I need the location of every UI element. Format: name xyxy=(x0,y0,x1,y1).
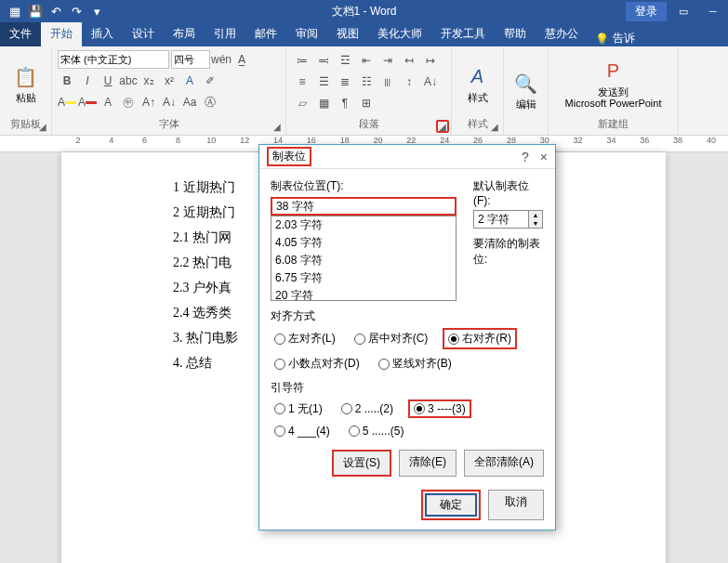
redo-icon[interactable]: ↷ xyxy=(67,2,86,20)
indent-dec-icon[interactable]: ⇤ xyxy=(356,50,377,71)
tab-insert[interactable]: 插入 xyxy=(82,21,123,46)
login-button[interactable]: 登录 xyxy=(626,2,667,21)
tell-me[interactable]: 💡告诉 xyxy=(588,31,642,46)
leader-dots-radio[interactable]: 2 .....(2) xyxy=(338,399,397,418)
dialog-titlebar[interactable]: 制表位 ? × xyxy=(259,145,555,169)
default-tab-spinner[interactable]: ▲▼ xyxy=(473,210,544,229)
enclose-icon[interactable]: ㊥ xyxy=(119,93,138,111)
subscript-button[interactable]: x₂ xyxy=(139,72,158,90)
align-right-radio[interactable]: 右对齐(R) xyxy=(443,328,517,349)
list-item[interactable]: 20 字符 xyxy=(271,287,456,301)
tab-mail[interactable]: 邮件 xyxy=(245,21,286,46)
phonetic-icon[interactable]: wén xyxy=(212,50,231,69)
set-button[interactable]: 设置(S) xyxy=(332,450,391,477)
align-bar-radio[interactable]: 竖线对齐(B) xyxy=(375,355,456,373)
indent-inc-icon[interactable]: ⇥ xyxy=(377,50,398,71)
cancel-button[interactable]: 取消 xyxy=(488,490,544,520)
shading-icon[interactable]: ▱ xyxy=(292,93,312,113)
tab-design[interactable]: 设计 xyxy=(123,21,164,46)
underline-button[interactable]: U xyxy=(99,72,117,90)
align-center-radio[interactable]: 居中对齐(C) xyxy=(351,328,432,349)
text-effects-icon[interactable]: A xyxy=(180,72,199,90)
line-spacing-icon[interactable]: ↕ xyxy=(399,72,419,92)
char-border-icon[interactable]: A̲ xyxy=(232,50,251,69)
paragraph-launcher-icon[interactable]: ◢ xyxy=(436,120,449,133)
clear-format-icon[interactable]: ✐ xyxy=(201,72,219,90)
clear-all-button[interactable]: 全部清除(A) xyxy=(464,450,544,477)
clear-button[interactable]: 清除(E) xyxy=(399,450,457,477)
snap-grid-icon[interactable]: ⊞ xyxy=(356,93,377,113)
change-case-icon[interactable]: Aa xyxy=(180,93,199,111)
tab-layout[interactable]: 布局 xyxy=(164,21,205,46)
numbering-icon[interactable]: ≕ xyxy=(313,50,334,71)
bold-button[interactable]: B xyxy=(58,72,76,90)
spin-up-icon[interactable]: ▲ xyxy=(529,211,542,219)
tab-position-list[interactable]: 2.03 字符4.05 字符6.08 字符6.75 字符20 字符 xyxy=(271,216,457,301)
justify-icon[interactable]: ☷ xyxy=(356,72,377,92)
align-right-icon[interactable]: ≣ xyxy=(335,72,355,92)
list-item[interactable]: 4.05 字符 xyxy=(271,234,456,252)
list-item[interactable]: 6.08 字符 xyxy=(271,252,456,269)
font-color-icon[interactable]: A xyxy=(78,93,97,111)
font-launcher-icon[interactable]: ◢ xyxy=(271,120,284,133)
tab-review[interactable]: 审阅 xyxy=(286,21,327,46)
list-item[interactable]: 6.75 字符 xyxy=(271,269,456,287)
paste-button[interactable]: 📋 粘贴 xyxy=(6,50,46,117)
distribute-icon[interactable]: ⫼ xyxy=(377,72,398,92)
rtl-icon[interactable]: ↦ xyxy=(420,50,441,71)
help-icon[interactable]: ? xyxy=(522,150,529,164)
styles-button[interactable]: A 样式 xyxy=(457,50,497,117)
superscript-button[interactable]: x² xyxy=(160,72,179,90)
minimize-icon[interactable]: ─ xyxy=(700,0,726,22)
circled-a-icon[interactable]: Ⓐ xyxy=(201,93,219,111)
tab-position-input[interactable] xyxy=(271,197,457,216)
tab-references[interactable]: 引用 xyxy=(205,21,245,46)
highlight-icon[interactable]: A xyxy=(58,93,76,111)
group-paragraph: ≔ ≕ ☲ ⇤ ⇥ ↤ ↦ ≡ ☰ ≣ ☷ ⫼ ↕ A↓ ▱ ▦ ¶ ⊞ 段落 … xyxy=(286,46,452,135)
close-icon[interactable]: × xyxy=(540,150,548,164)
tab-file[interactable]: 文件 xyxy=(0,21,41,46)
tab-beautify[interactable]: 美化大师 xyxy=(368,21,431,46)
char-shading-icon[interactable]: A xyxy=(99,93,117,111)
leader-none-radio[interactable]: 1 无(1) xyxy=(271,399,326,418)
list-item[interactable]: 2.03 字符 xyxy=(271,216,456,234)
shrink-font-icon[interactable]: A↓ xyxy=(160,93,179,111)
tab-home[interactable]: 开始 xyxy=(41,21,82,46)
bullets-icon[interactable]: ≔ xyxy=(292,50,312,71)
save-icon[interactable]: 💾 xyxy=(26,2,45,20)
word-icon[interactable]: ▦ xyxy=(6,2,24,20)
tab-developer[interactable]: 开发工具 xyxy=(431,21,495,46)
send-to-ppt-button[interactable]: P 发送到Microsoft PowerPoint xyxy=(554,50,672,117)
font-name-select[interactable] xyxy=(58,50,169,69)
spin-down-icon[interactable]: ▼ xyxy=(529,219,542,228)
multilevel-icon[interactable]: ☲ xyxy=(335,50,355,71)
borders-icon[interactable]: ▦ xyxy=(313,93,334,113)
clipboard-launcher-icon[interactable]: ◢ xyxy=(36,120,49,133)
leader-mdots-radio[interactable]: 5 ......(5) xyxy=(345,424,408,439)
align-center-icon[interactable]: ☰ xyxy=(313,72,334,92)
styles-launcher-icon[interactable]: ◢ xyxy=(488,120,501,133)
default-tab-input[interactable] xyxy=(473,210,529,229)
qat-more-icon[interactable]: ▾ xyxy=(87,2,106,20)
show-marks-icon[interactable]: ¶ xyxy=(335,93,355,113)
clear-list-label: 要清除的制表位: xyxy=(473,236,544,268)
ribbon-tabs: 文件 开始 插入 设计 布局 引用 邮件 审阅 视图 美化大师 开发工具 帮助 … xyxy=(0,22,728,46)
leader-under-radio[interactable]: 4 ___(4) xyxy=(271,424,334,439)
tab-view[interactable]: 视图 xyxy=(327,21,368,46)
editing-button[interactable]: 🔍 编辑 xyxy=(510,50,542,131)
leader-dash-radio[interactable]: 3 ----(3) xyxy=(408,399,471,418)
undo-icon[interactable]: ↶ xyxy=(46,2,65,20)
italic-button[interactable]: I xyxy=(78,72,97,90)
align-left-icon[interactable]: ≡ xyxy=(292,72,312,92)
ltr-icon[interactable]: ↤ xyxy=(399,50,419,71)
font-size-select[interactable] xyxy=(171,50,210,69)
grow-font-icon[interactable]: A↑ xyxy=(139,93,158,111)
sort-icon[interactable]: A↓ xyxy=(420,72,441,92)
strike-button[interactable]: abc xyxy=(119,72,138,90)
tab-help[interactable]: 帮助 xyxy=(495,21,536,46)
ok-button[interactable]: 确定 xyxy=(421,490,481,520)
align-decimal-radio[interactable]: 小数点对齐(D) xyxy=(271,355,364,373)
ribbon-options-icon[interactable]: ▭ xyxy=(670,0,696,22)
align-left-radio[interactable]: 左对齐(L) xyxy=(271,328,339,349)
tab-huioffice[interactable]: 慧办公 xyxy=(536,21,588,46)
